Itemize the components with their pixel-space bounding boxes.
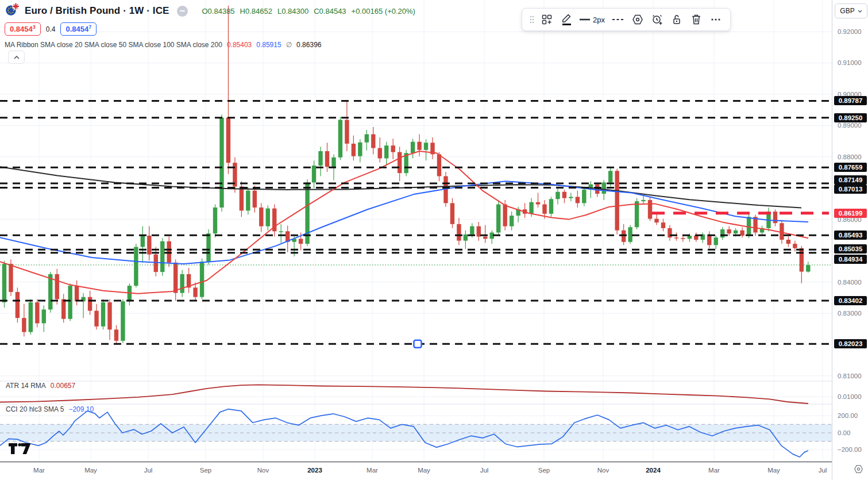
price-level-label: 0.85035: [834, 244, 867, 254]
candle-body: [259, 208, 263, 226]
candle-body: [279, 231, 283, 232]
candle-body: [107, 302, 111, 329]
toolbar-drag-handle-icon[interactable]: [528, 11, 536, 28]
candle-body: [622, 231, 626, 242]
ohlc-open: O0.84385: [202, 7, 234, 16]
candle-body: [503, 205, 507, 226]
candle-body: [200, 262, 204, 297]
candle-body: [2, 264, 6, 302]
time-label[interactable]: May: [418, 467, 430, 474]
candle-body: [147, 236, 151, 255]
candle-body: [42, 309, 46, 323]
atr-value: 0.00657: [51, 382, 75, 390]
candle-body: [674, 237, 678, 239]
axis-settings-gear-icon[interactable]: [854, 464, 863, 476]
cci-tick: 200.00: [838, 412, 858, 419]
atr-tick: 0.01000: [838, 393, 862, 400]
candle-body: [555, 192, 560, 199]
time-label-year[interactable]: 2023: [307, 467, 322, 474]
time-axis[interactable]: MarMayJulSepNov2023MarMayJulSepNov2024Ma…: [0, 462, 868, 480]
atr-line[interactable]: [0, 385, 808, 404]
drawing-anchor-handle[interactable]: [414, 340, 422, 348]
candle-body: [180, 274, 184, 293]
grid: [0, 0, 832, 462]
candle-body: [510, 216, 514, 226]
candle-body: [358, 143, 362, 156]
candle-body: [193, 287, 197, 297]
candle-body: [437, 154, 441, 176]
lock-open-icon[interactable]: [668, 11, 685, 28]
candle-body: [213, 208, 217, 233]
time-label[interactable]: Mar: [708, 467, 720, 474]
ohlc-change: +0.00165 (+0.20%): [352, 7, 415, 16]
hide-legend-button[interactable]: [177, 6, 188, 17]
drawing-toolbar: 2px: [522, 8, 731, 31]
buy-button[interactable]: 0.84547: [60, 22, 97, 36]
time-label[interactable]: Sep: [538, 467, 550, 474]
price-level-label: 0.85493: [834, 231, 867, 240]
more-options-icon[interactable]: [707, 11, 724, 28]
candle-body: [173, 263, 178, 293]
cci-tick: −200.00: [838, 446, 862, 453]
time-label[interactable]: Jul: [480, 467, 489, 474]
candle-body: [602, 182, 606, 194]
time-label-year[interactable]: 2024: [646, 467, 661, 474]
candle-body: [331, 158, 335, 167]
candle-body: [61, 299, 65, 318]
sma50-line[interactable]: [0, 181, 808, 264]
price-tick: 0.91000: [838, 59, 862, 66]
chevron-down-icon: [858, 10, 862, 13]
add-alert-icon[interactable]: [649, 11, 666, 28]
delete-trash-icon[interactable]: [688, 11, 705, 28]
time-label[interactable]: May: [767, 467, 780, 474]
sell-button[interactable]: 0.84543: [5, 22, 41, 36]
candle-body: [582, 190, 586, 203]
time-label[interactable]: Nov: [257, 467, 269, 474]
ohlc-close: C0.84543: [314, 7, 346, 16]
atr-legend[interactable]: ATR 14 RMA 0.00657: [6, 382, 75, 390]
currency-label: GBP: [840, 7, 854, 15]
cci-legend[interactable]: CCI 20 hlc3 SMA 5 −209.10: [6, 405, 94, 413]
spread-value: 0.4: [46, 25, 56, 33]
candle-body: [714, 237, 718, 245]
tradingview-logo[interactable]: [9, 443, 30, 456]
candle-body: [318, 151, 322, 166]
time-label[interactable]: Nov: [597, 467, 609, 474]
line-width-button[interactable]: 2px: [577, 11, 607, 28]
candle-body: [299, 239, 303, 244]
candle-body: [806, 265, 810, 271]
price-tick: 0.88000: [838, 153, 862, 160]
price-axis[interactable]: GBP 0.920000.910000.900000.890000.880000…: [832, 0, 868, 480]
candle-body: [477, 226, 481, 237]
currency-dropdown[interactable]: GBP: [835, 3, 867, 18]
price-tick: 0.84000: [838, 279, 862, 286]
candle-body: [681, 238, 685, 239]
ma-ribbon-label[interactable]: MA Ribbon SMA close 20 SMA close 50 SMA …: [5, 41, 222, 49]
price-tick: 0.92000: [838, 28, 862, 35]
time-label[interactable]: Sep: [200, 467, 211, 474]
collapse-legend-button[interactable]: [8, 51, 25, 64]
chart-surface[interactable]: [0, 0, 868, 480]
time-label[interactable]: Mar: [367, 467, 378, 474]
settings-hexagon-icon[interactable]: [629, 11, 646, 28]
candle-body: [793, 244, 797, 248]
candle-body: [371, 135, 375, 148]
price-tick: 0.89000: [838, 122, 862, 129]
candle-body: [536, 202, 540, 205]
color-pencil-icon[interactable]: [558, 11, 575, 28]
candle-body: [325, 151, 329, 167]
template-add-icon[interactable]: [538, 11, 555, 28]
time-label[interactable]: May: [84, 467, 97, 474]
line-style-icon[interactable]: [609, 11, 627, 28]
candle-body: [688, 236, 692, 239]
time-label[interactable]: Jul: [819, 467, 827, 474]
candle-body: [773, 212, 777, 223]
candle-body: [654, 219, 658, 223]
candle-body: [668, 228, 672, 237]
candle-body: [608, 171, 612, 182]
symbol-title[interactable]: Euro / British Pound · 1W · ICE: [25, 5, 169, 17]
candle-body: [29, 302, 33, 332]
time-label[interactable]: Mar: [33, 467, 45, 474]
time-label[interactable]: Jul: [144, 467, 153, 474]
candle-body: [266, 209, 270, 226]
